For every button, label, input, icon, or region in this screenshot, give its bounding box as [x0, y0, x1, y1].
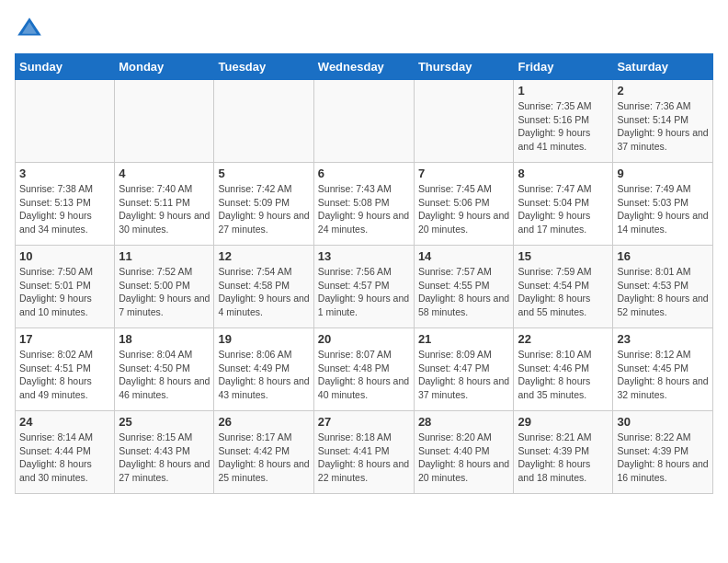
- weekday-header-thursday: Thursday: [414, 54, 514, 80]
- day-info: Sunrise: 8:22 AM Sunset: 4:39 PM Dayligh…: [617, 431, 709, 485]
- day-cell: 7Sunrise: 7:45 AM Sunset: 5:06 PM Daylig…: [414, 163, 514, 246]
- day-cell: 10Sunrise: 7:50 AM Sunset: 5:01 PM Dayli…: [16, 246, 115, 328]
- day-info: Sunrise: 8:02 AM Sunset: 4:51 PM Dayligh…: [19, 348, 110, 402]
- day-number: 29: [518, 415, 609, 429]
- day-number: 2: [617, 84, 709, 98]
- day-cell: [214, 80, 313, 163]
- day-number: 18: [119, 332, 210, 346]
- week-row-4: 17Sunrise: 8:02 AM Sunset: 4:51 PM Dayli…: [16, 328, 713, 411]
- weekday-header-monday: Monday: [115, 54, 214, 80]
- day-number: 11: [119, 249, 210, 263]
- day-number: 13: [318, 249, 410, 263]
- day-number: 28: [418, 415, 510, 429]
- weekday-header-row: SundayMondayTuesdayWednesdayThursdayFrid…: [16, 54, 713, 80]
- day-cell: 29Sunrise: 8:21 AM Sunset: 4:39 PM Dayli…: [514, 411, 613, 494]
- day-cell: 27Sunrise: 8:18 AM Sunset: 4:41 PM Dayli…: [313, 411, 414, 494]
- day-info: Sunrise: 8:15 AM Sunset: 4:43 PM Dayligh…: [119, 431, 210, 485]
- day-cell: 9Sunrise: 7:49 AM Sunset: 5:03 PM Daylig…: [613, 163, 713, 246]
- day-info: Sunrise: 8:20 AM Sunset: 4:40 PM Dayligh…: [418, 431, 510, 485]
- day-number: 26: [218, 415, 309, 429]
- day-cell: 24Sunrise: 8:14 AM Sunset: 4:44 PM Dayli…: [16, 411, 115, 494]
- day-cell: 25Sunrise: 8:15 AM Sunset: 4:43 PM Dayli…: [115, 411, 214, 494]
- day-number: 7: [418, 167, 510, 180]
- page-header: [15, 15, 713, 44]
- day-number: 21: [418, 332, 510, 346]
- day-cell: 13Sunrise: 7:56 AM Sunset: 4:57 PM Dayli…: [313, 246, 414, 328]
- day-cell: 26Sunrise: 8:17 AM Sunset: 4:42 PM Dayli…: [214, 411, 313, 494]
- day-cell: 21Sunrise: 8:09 AM Sunset: 4:47 PM Dayli…: [414, 328, 514, 411]
- day-cell: 8Sunrise: 7:47 AM Sunset: 5:04 PM Daylig…: [514, 163, 613, 246]
- day-info: Sunrise: 8:21 AM Sunset: 4:39 PM Dayligh…: [518, 431, 609, 485]
- weekday-header-wednesday: Wednesday: [313, 54, 414, 80]
- day-info: Sunrise: 7:52 AM Sunset: 5:00 PM Dayligh…: [119, 265, 210, 319]
- day-info: Sunrise: 7:56 AM Sunset: 4:57 PM Dayligh…: [318, 265, 410, 319]
- day-cell: 3Sunrise: 7:38 AM Sunset: 5:13 PM Daylig…: [16, 163, 115, 246]
- day-cell: 20Sunrise: 8:07 AM Sunset: 4:48 PM Dayli…: [313, 328, 414, 411]
- day-cell: 22Sunrise: 8:10 AM Sunset: 4:46 PM Dayli…: [514, 328, 613, 411]
- day-number: 6: [318, 167, 410, 180]
- logo: [15, 15, 48, 44]
- day-number: 16: [617, 249, 709, 263]
- day-number: 24: [19, 415, 110, 429]
- day-info: Sunrise: 7:43 AM Sunset: 5:08 PM Dayligh…: [318, 182, 410, 236]
- day-info: Sunrise: 7:47 AM Sunset: 5:04 PM Dayligh…: [518, 182, 609, 236]
- day-cell: 6Sunrise: 7:43 AM Sunset: 5:08 PM Daylig…: [313, 163, 414, 246]
- day-number: 4: [119, 167, 210, 180]
- day-info: Sunrise: 8:18 AM Sunset: 4:41 PM Dayligh…: [318, 431, 410, 485]
- day-cell: 2Sunrise: 7:36 AM Sunset: 5:14 PM Daylig…: [613, 80, 713, 163]
- day-number: 17: [19, 332, 110, 346]
- day-number: 10: [19, 249, 110, 263]
- day-cell: 23Sunrise: 8:12 AM Sunset: 4:45 PM Dayli…: [613, 328, 713, 411]
- weekday-header-friday: Friday: [514, 54, 613, 80]
- day-cell: [313, 80, 414, 163]
- day-cell: 15Sunrise: 7:59 AM Sunset: 4:54 PM Dayli…: [514, 246, 613, 328]
- day-info: Sunrise: 8:01 AM Sunset: 4:53 PM Dayligh…: [617, 265, 709, 319]
- day-info: Sunrise: 7:57 AM Sunset: 4:55 PM Dayligh…: [418, 265, 510, 319]
- day-info: Sunrise: 8:07 AM Sunset: 4:48 PM Dayligh…: [318, 348, 410, 402]
- day-cell: 30Sunrise: 8:22 AM Sunset: 4:39 PM Dayli…: [613, 411, 713, 494]
- week-row-3: 10Sunrise: 7:50 AM Sunset: 5:01 PM Dayli…: [16, 246, 713, 328]
- day-number: 8: [518, 167, 609, 180]
- day-cell: [414, 80, 514, 163]
- day-number: 22: [518, 332, 609, 346]
- day-number: 5: [218, 167, 309, 180]
- week-row-2: 3Sunrise: 7:38 AM Sunset: 5:13 PM Daylig…: [16, 163, 713, 246]
- day-cell: 28Sunrise: 8:20 AM Sunset: 4:40 PM Dayli…: [414, 411, 514, 494]
- day-cell: 1Sunrise: 7:35 AM Sunset: 5:16 PM Daylig…: [514, 80, 613, 163]
- day-cell: [115, 80, 214, 163]
- day-info: Sunrise: 7:49 AM Sunset: 5:03 PM Dayligh…: [617, 182, 709, 236]
- day-info: Sunrise: 8:12 AM Sunset: 4:45 PM Dayligh…: [617, 348, 709, 402]
- day-info: Sunrise: 7:54 AM Sunset: 4:58 PM Dayligh…: [218, 265, 309, 319]
- week-row-1: 1Sunrise: 7:35 AM Sunset: 5:16 PM Daylig…: [16, 80, 713, 163]
- day-cell: 11Sunrise: 7:52 AM Sunset: 5:00 PM Dayli…: [115, 246, 214, 328]
- logo-icon: [15, 15, 44, 44]
- day-number: 27: [318, 415, 410, 429]
- day-cell: 16Sunrise: 8:01 AM Sunset: 4:53 PM Dayli…: [613, 246, 713, 328]
- weekday-header-tuesday: Tuesday: [214, 54, 313, 80]
- day-cell: [16, 80, 115, 163]
- day-info: Sunrise: 7:35 AM Sunset: 5:16 PM Dayligh…: [518, 99, 609, 154]
- day-info: Sunrise: 8:10 AM Sunset: 4:46 PM Dayligh…: [518, 348, 609, 402]
- day-number: 14: [418, 249, 510, 263]
- day-number: 19: [218, 332, 309, 346]
- day-info: Sunrise: 8:17 AM Sunset: 4:42 PM Dayligh…: [218, 431, 309, 485]
- day-cell: 19Sunrise: 8:06 AM Sunset: 4:49 PM Dayli…: [214, 328, 313, 411]
- day-info: Sunrise: 7:36 AM Sunset: 5:14 PM Dayligh…: [617, 99, 709, 154]
- day-number: 3: [19, 167, 110, 180]
- day-info: Sunrise: 7:45 AM Sunset: 5:06 PM Dayligh…: [418, 182, 510, 236]
- day-info: Sunrise: 8:09 AM Sunset: 4:47 PM Dayligh…: [418, 348, 510, 402]
- day-number: 25: [119, 415, 210, 429]
- day-cell: 4Sunrise: 7:40 AM Sunset: 5:11 PM Daylig…: [115, 163, 214, 246]
- day-cell: 18Sunrise: 8:04 AM Sunset: 4:50 PM Dayli…: [115, 328, 214, 411]
- day-number: 9: [617, 167, 709, 180]
- day-cell: 17Sunrise: 8:02 AM Sunset: 4:51 PM Dayli…: [16, 328, 115, 411]
- day-info: Sunrise: 8:14 AM Sunset: 4:44 PM Dayligh…: [19, 431, 110, 485]
- day-number: 1: [518, 84, 609, 98]
- day-cell: 14Sunrise: 7:57 AM Sunset: 4:55 PM Dayli…: [414, 246, 514, 328]
- day-info: Sunrise: 8:04 AM Sunset: 4:50 PM Dayligh…: [119, 348, 210, 402]
- weekday-header-saturday: Saturday: [613, 54, 713, 80]
- day-info: Sunrise: 7:40 AM Sunset: 5:11 PM Dayligh…: [119, 182, 210, 236]
- day-number: 23: [617, 332, 709, 346]
- day-info: Sunrise: 8:06 AM Sunset: 4:49 PM Dayligh…: [218, 348, 309, 402]
- week-row-5: 24Sunrise: 8:14 AM Sunset: 4:44 PM Dayli…: [16, 411, 713, 494]
